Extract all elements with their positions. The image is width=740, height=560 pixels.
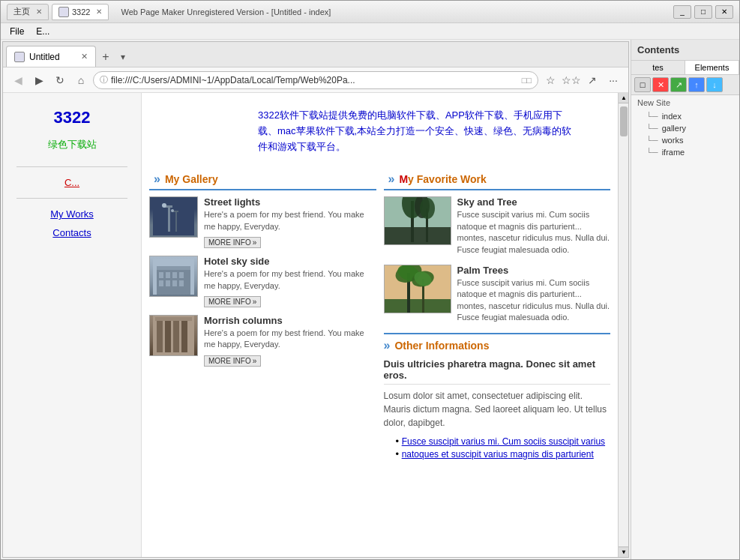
- svg-rect-9: [157, 266, 190, 270]
- tab-3322-close[interactable]: ✕: [96, 7, 102, 16]
- gallery-desc-2: Here's a poem for my best friend. You ma…: [204, 268, 376, 292]
- title-bar: 主页 ✕ 3322 ✕ Web Page Maker Unregistered …: [1, 1, 739, 23]
- rs-toolbar: □ ✕ ↗ ↑ ↓: [631, 75, 739, 95]
- svg-rect-11: [166, 272, 170, 278]
- more-info-btn-1[interactable]: MORE INFO »: [204, 237, 261, 248]
- gallery-thumb-3: [149, 315, 198, 356]
- tree-item-index[interactable]: └─ index: [631, 110, 739, 122]
- minimize-button[interactable]: _: [673, 5, 691, 19]
- fav-desc-2: Fusce suscipit varius mi. Cum sociis nat…: [457, 277, 611, 324]
- collections-icon[interactable]: ☆☆: [562, 71, 580, 89]
- tree-item-gallery[interactable]: └─ gallery: [631, 122, 739, 134]
- rs-down-button[interactable]: ↓: [706, 77, 723, 92]
- new-tab-button[interactable]: +: [96, 47, 115, 67]
- other-header-icon: »: [384, 339, 391, 352]
- gallery-title-3: Morrish columns: [204, 315, 376, 326]
- nav-my-works[interactable]: My Works: [50, 206, 94, 222]
- rs-up-button[interactable]: ↑: [688, 77, 705, 92]
- tree-line-1: └─: [646, 112, 658, 121]
- rs-new-button[interactable]: □: [634, 77, 651, 92]
- other-links: Fusce suscipit varius mi. Cum sociis sus…: [384, 436, 611, 460]
- more-info-btn-2[interactable]: MORE INFO »: [204, 296, 261, 307]
- svg-rect-20: [165, 319, 171, 352]
- svg-rect-14: [159, 280, 163, 286]
- scroll-track: ▲ ▼: [618, 93, 628, 557]
- svg-rect-16: [172, 280, 177, 286]
- svg-rect-15: [166, 280, 170, 286]
- close-button[interactable]: ✕: [715, 5, 733, 19]
- gallery-title-1: Street lights: [204, 196, 376, 208]
- fav-item-1: Sky and Tree Fusce suscipit varius mi. C…: [384, 196, 611, 257]
- rs-tree: └─ index └─ gallery └─ works └─ iframe: [631, 109, 739, 160]
- browser-tab-bar: Untitled ✕ + ▾: [3, 42, 628, 67]
- nav-contacts[interactable]: Contacts: [52, 225, 91, 241]
- scroll-down-button[interactable]: ▼: [619, 547, 628, 557]
- gallery-desc-3: Here's a poem for my best friend. You ma…: [204, 328, 376, 351]
- gallery-item-2: Hotel sky side Here's a poem for my best…: [149, 256, 376, 307]
- home-button[interactable]: ⌂: [72, 71, 90, 89]
- site-subtitle: 绿色下载站: [48, 138, 97, 151]
- nav-divider-2: [16, 198, 127, 199]
- tab-home-close[interactable]: ✕: [36, 7, 42, 16]
- columns-svg: [153, 315, 194, 356]
- forward-button[interactable]: ▶: [30, 71, 48, 89]
- browser-tab-close[interactable]: ✕: [81, 52, 88, 61]
- street-lights-svg: [153, 199, 194, 235]
- fav-item-2: Palm Trees Fusce suscipit varius mi. Cum…: [384, 265, 611, 325]
- favorites-icon[interactable]: ☆: [541, 71, 559, 89]
- gallery-header-icon: »: [154, 172, 160, 186]
- browser-content: 3322 绿色下载站 C... My Works Contacts 3322软件…: [3, 93, 628, 557]
- rs-export-button[interactable]: ↗: [670, 77, 687, 92]
- menu-edit[interactable]: E...: [30, 25, 55, 38]
- tree-item-iframe[interactable]: └─ iframe: [631, 146, 739, 158]
- maximize-button[interactable]: □: [694, 5, 712, 19]
- rs-tabs: tes Elements: [631, 61, 739, 75]
- svg-rect-19: [157, 319, 163, 352]
- svg-rect-13: [179, 272, 184, 278]
- sky-tree-svg: [385, 197, 451, 244]
- other-body: Losum dolor sit amet, consectetuer adipi…: [384, 389, 611, 430]
- menu-file[interactable]: File: [4, 25, 30, 38]
- svg-rect-4: [175, 211, 177, 232]
- gallery-info-3: Morrish columns Here's a poem for my bes…: [204, 315, 376, 367]
- nav-c-link[interactable]: C...: [64, 175, 79, 190]
- gallery-desc-1: Here's a poem for my best friend. You ma…: [204, 209, 376, 232]
- svg-rect-0: [153, 199, 194, 235]
- tab-home-label: 主页: [13, 6, 30, 17]
- rs-delete-button[interactable]: ✕: [652, 77, 669, 92]
- fav-thumb-2: [384, 265, 451, 313]
- scroll-thumb[interactable]: [620, 106, 628, 136]
- refresh-button[interactable]: ↻: [51, 71, 69, 89]
- more-icon[interactable]: ···: [604, 71, 622, 89]
- tab-chevron[interactable]: ▾: [115, 47, 130, 67]
- tree-item-works[interactable]: └─ works: [631, 134, 739, 146]
- tree-line-3: └─: [646, 136, 658, 145]
- other-link-1-text[interactable]: Fusce suscipit varius mi. Cum sociis sus…: [402, 436, 605, 447]
- address-info-icon: ⓘ: [100, 74, 108, 85]
- browser-tab-untitled[interactable]: Untitled ✕: [6, 46, 96, 67]
- rs-title: Contents: [631, 40, 739, 61]
- address-bar: ◀ ▶ ↻ ⌂ ⓘ file:///C:/Users/ADMINI~1/AppD…: [3, 67, 628, 93]
- gallery-info-2: Hotel sky side Here's a poem for my best…: [204, 256, 376, 307]
- address-input-wrap[interactable]: ⓘ file:///C:/Users/ADMINI~1/AppData/Loca…: [93, 71, 538, 89]
- tab-3322[interactable]: 3322 ✕: [52, 4, 109, 20]
- tab-home[interactable]: 主页 ✕: [7, 4, 49, 20]
- rs-tab-tes[interactable]: tes: [631, 61, 685, 74]
- rs-tab-elements[interactable]: Elements: [685, 61, 739, 74]
- tree-line-2: └─: [646, 124, 658, 133]
- svg-point-30: [420, 198, 435, 219]
- back-button[interactable]: ◀: [9, 71, 27, 89]
- more-info-btn-3[interactable]: MORE INFO »: [204, 355, 261, 367]
- gallery-title-2: Hotel sky side: [204, 256, 376, 267]
- title-bar-left: 主页 ✕ 3322 ✕ Web Page Maker Unregistered …: [7, 4, 331, 20]
- site-logo: 3322: [54, 108, 91, 127]
- other-link-2-text[interactable]: natoques et suscipit varius magnis dis p…: [402, 449, 594, 460]
- fav-info-1: Sky and Tree Fusce suscipit varius mi. C…: [457, 196, 611, 257]
- fav-thumb-1: [384, 196, 451, 245]
- scroll-up-button[interactable]: ▲: [619, 93, 628, 103]
- address-actions: ☆ ☆☆ ↗ ···: [541, 71, 622, 89]
- svg-point-6: [171, 209, 174, 212]
- share-icon[interactable]: ↗: [583, 71, 601, 89]
- outer-window: 主页 ✕ 3322 ✕ Web Page Maker Unregistered …: [0, 0, 740, 560]
- other-link-2: natoques et suscipit varius magnis dis p…: [396, 448, 611, 460]
